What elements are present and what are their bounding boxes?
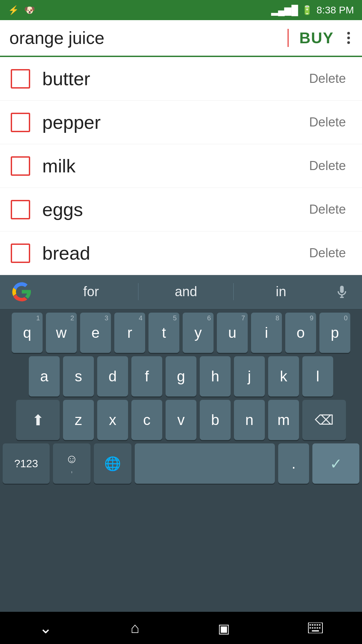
- key-a[interactable]: a: [29, 356, 60, 396]
- emoji-key[interactable]: ☺ ,: [53, 443, 90, 484]
- svg-rect-9: [317, 627, 318, 629]
- key-e[interactable]: 3 e: [80, 313, 111, 353]
- item-label-0: butter: [42, 68, 304, 90]
- usb-icon: ⚡: [8, 5, 19, 15]
- svg-rect-4: [317, 624, 318, 626]
- search-input[interactable]: orange juice: [9, 28, 288, 48]
- key-d[interactable]: d: [97, 356, 128, 396]
- num-key-label: ?123: [14, 458, 38, 469]
- key-letter-n: n: [245, 413, 253, 427]
- backspace-icon: ⌫: [315, 412, 334, 428]
- key-v[interactable]: v: [166, 400, 196, 440]
- key-letter-l: l: [316, 369, 319, 384]
- key-m[interactable]: m: [268, 400, 299, 440]
- item-checkbox-2[interactable]: [11, 156, 30, 176]
- item-delete-3[interactable]: Delete: [304, 200, 351, 219]
- dot3: [347, 41, 350, 44]
- key-letter-i: i: [265, 325, 268, 340]
- num-key[interactable]: ?123: [3, 443, 50, 484]
- emoji-icon: ☺: [66, 453, 78, 465]
- svg-rect-10: [319, 627, 320, 629]
- item-delete-0[interactable]: Delete: [304, 69, 351, 89]
- list-item: milk Delete: [0, 144, 362, 188]
- item-label-3: eggs: [42, 199, 304, 220]
- key-x[interactable]: x: [97, 400, 128, 440]
- dot1: [347, 32, 350, 35]
- key-row-3: ⬆zxcvbnm⌫: [3, 400, 359, 440]
- svg-rect-5: [319, 624, 320, 626]
- key-letter-q: q: [23, 325, 31, 340]
- key-g[interactable]: g: [166, 356, 196, 396]
- nav-home-button[interactable]: [120, 614, 150, 642]
- key-i[interactable]: 8 i: [251, 313, 282, 353]
- mic-button[interactable]: [328, 278, 355, 305]
- search-input-wrapper[interactable]: orange juice: [9, 28, 289, 48]
- suggestion-0[interactable]: for: [44, 277, 138, 306]
- key-num-w: 2: [70, 315, 74, 321]
- android-icon: 🐶: [24, 5, 35, 15]
- key-s[interactable]: s: [63, 356, 94, 396]
- shopping-list: butter Delete pepper Delete milk Delete …: [0, 57, 362, 275]
- key-num-i: 8: [276, 315, 279, 321]
- key-letter-p: p: [331, 325, 339, 340]
- key-w[interactable]: 2 w: [46, 313, 77, 353]
- item-checkbox-0[interactable]: [11, 69, 30, 89]
- globe-key[interactable]: 🌐: [94, 443, 131, 484]
- key-letter-g: g: [177, 369, 185, 384]
- backspace-key[interactable]: ⌫: [302, 400, 346, 440]
- shift-key[interactable]: ⬆: [16, 400, 60, 440]
- nav-recents-button[interactable]: [207, 614, 241, 642]
- key-letter-r: r: [127, 325, 132, 340]
- item-label-1: pepper: [42, 111, 304, 133]
- svg-rect-3: [314, 624, 316, 626]
- key-y[interactable]: 6 y: [183, 313, 214, 353]
- google-g-icon: [12, 282, 32, 302]
- key-r[interactable]: 4 r: [114, 313, 145, 353]
- item-delete-2[interactable]: Delete: [304, 156, 351, 176]
- nav-back-button[interactable]: [28, 613, 63, 642]
- key-q[interactable]: 1 q: [12, 313, 43, 353]
- svg-rect-11: [312, 630, 319, 632]
- item-checkbox-4[interactable]: [11, 244, 30, 263]
- item-delete-4[interactable]: Delete: [304, 243, 351, 263]
- key-letter-j: j: [248, 369, 251, 384]
- key-letter-u: u: [228, 325, 236, 340]
- key-h[interactable]: h: [200, 356, 231, 396]
- item-delete-1[interactable]: Delete: [304, 112, 351, 132]
- nav-bar: [0, 612, 362, 644]
- item-checkbox-1[interactable]: [11, 113, 30, 132]
- key-z[interactable]: z: [63, 400, 94, 440]
- key-b[interactable]: b: [200, 400, 231, 440]
- key-num-q: 1: [36, 315, 40, 321]
- svg-rect-1: [309, 624, 311, 626]
- enter-icon: ✓: [330, 455, 342, 472]
- suggestion-2[interactable]: in: [234, 277, 328, 306]
- key-l[interactable]: l: [302, 356, 333, 396]
- key-n[interactable]: n: [234, 400, 265, 440]
- status-bar-left: ⚡ 🐶: [8, 5, 35, 15]
- key-row-4: ?123 ☺ , 🌐 . ✓: [3, 443, 359, 484]
- key-f[interactable]: f: [131, 356, 162, 396]
- key-u[interactable]: 7 u: [217, 313, 248, 353]
- key-j[interactable]: j: [234, 356, 265, 396]
- keys-section: 1 q 2 w 3 e 4 r 5 t 6 y 7 u 8 i 9 o 0 p: [0, 309, 362, 612]
- nav-keyboard-button[interactable]: [297, 617, 334, 639]
- key-c[interactable]: c: [131, 400, 162, 440]
- key-p[interactable]: 0 p: [319, 313, 350, 353]
- key-letter-e: e: [92, 325, 100, 340]
- key-k[interactable]: k: [268, 356, 299, 396]
- space-key[interactable]: [135, 443, 275, 484]
- period-key[interactable]: .: [278, 443, 309, 484]
- suggestion-1[interactable]: and: [138, 277, 233, 306]
- key-row-1: 1 q 2 w 3 e 4 r 5 t 6 y 7 u 8 i 9 o 0 p: [3, 313, 359, 353]
- enter-key[interactable]: ✓: [312, 443, 359, 484]
- key-t[interactable]: 5 t: [148, 313, 179, 353]
- key-num-o: 9: [310, 315, 313, 321]
- buy-button[interactable]: BUY: [295, 26, 338, 50]
- key-letter-h: h: [211, 369, 219, 384]
- key-o[interactable]: 9 o: [285, 313, 316, 353]
- item-checkbox-3[interactable]: [11, 200, 30, 219]
- search-bar[interactable]: orange juice BUY: [0, 20, 362, 57]
- list-item: eggs Delete: [0, 188, 362, 231]
- more-options-button[interactable]: [345, 29, 353, 47]
